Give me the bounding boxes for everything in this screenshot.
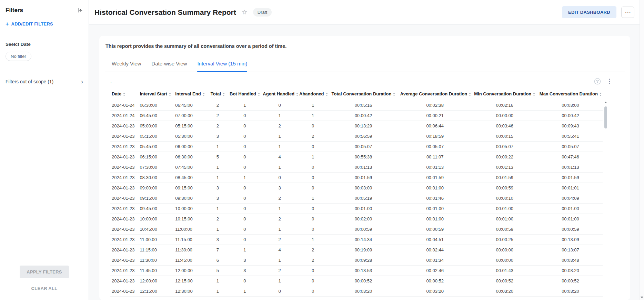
main-area: Historical Conversation Summary Report ☆… [89, 0, 644, 300]
table-cell: 1 [298, 193, 328, 204]
table-cell: 00:00:59 [328, 224, 399, 235]
table-cell: 11:00:00 [174, 224, 207, 235]
column-header[interactable]: Agent Handled [261, 87, 298, 100]
column-header[interactable]: Total [207, 87, 228, 100]
table-cell: 11:30:00 [174, 245, 207, 255]
table-cell: 11:15:00 [138, 245, 174, 255]
kebab-menu-icon[interactable]: ⋮ [606, 79, 612, 84]
table-cell: 00:00:00 [471, 111, 538, 121]
table-cell: 0 [228, 183, 261, 193]
table-cell: 0 [298, 162, 328, 173]
column-header[interactable]: Max Conversation Duration [538, 87, 603, 100]
table-cell: 1 [207, 142, 228, 152]
table-cell: 07:00:00 [174, 111, 207, 121]
table-cell: 00:02:00 [328, 214, 399, 224]
widget-title: . [110, 79, 112, 84]
table-cell: 1 [261, 276, 298, 286]
report-content: This report provides the summary of all … [89, 25, 644, 300]
table-cell: 2 [261, 235, 298, 245]
column-header[interactable]: Average Conversation Duration [399, 87, 471, 100]
table-cell: 09:15:00 [138, 193, 174, 204]
table-scrollbar[interactable] [604, 101, 607, 300]
table-cell: 00:03:48 [538, 255, 603, 266]
table-cell: 0 [228, 162, 261, 173]
table-cell: 00:00:52 [328, 276, 399, 286]
table-cell: 12:15:00 [138, 286, 174, 297]
table-cell: 00:00:22 [471, 152, 538, 162]
more-options-button[interactable]: ⋯ [621, 7, 634, 18]
table-cell: 10:15:00 [174, 214, 207, 224]
sort-icon[interactable] [123, 93, 125, 96]
date-filter-group: Seelct Date No filter [6, 42, 83, 61]
column-header[interactable]: Interval End [174, 87, 207, 100]
column-header[interactable]: Min Conversation Duration [471, 87, 538, 100]
table-cell: 00:09:43 [538, 121, 603, 131]
column-header-label: Max Conversation Duration [540, 91, 598, 96]
table-row: 2024-01-2311:00:0011:15:00302100:14:3400… [110, 235, 603, 245]
table-cell: 1 [298, 152, 328, 162]
draft-badge: Draft [253, 8, 272, 17]
column-header-label: Total Conversation Duration [332, 91, 392, 96]
table-cell: 00:01:00 [399, 204, 471, 214]
table-row: 2024-01-2311:30:0011:45:00631200:09:2800… [110, 255, 603, 266]
sort-icon[interactable] [600, 93, 602, 96]
sort-icon[interactable] [203, 93, 205, 96]
table-cell: 6 [207, 255, 228, 266]
table-cell: 06:45:00 [174, 100, 207, 111]
table-cell: 2024-01-23 [110, 204, 138, 214]
column-header[interactable]: Interval Start [138, 87, 174, 100]
apply-filters-button[interactable]: APPLY FILTERS [20, 266, 69, 278]
table-cell: 05:15:00 [174, 121, 207, 131]
clear-all-button[interactable]: CLEAR ALL [0, 286, 89, 291]
add-edit-filters-button[interactable]: + ADD/EDIT FILTERS [6, 21, 83, 27]
column-header-label: Abandoned [299, 91, 324, 96]
column-header[interactable]: Abandoned [298, 87, 328, 100]
table-row: 2024-01-2305:15:0005:30:00301200:56:5900… [110, 131, 603, 142]
table-cell: 2024-01-23 [110, 193, 138, 204]
scroll-up-icon[interactable] [604, 102, 607, 103]
table-cell: 0 [298, 224, 328, 235]
window-scrollbar[interactable] [640, 0, 644, 300]
table-cell: 2024-01-23 [110, 245, 138, 255]
table-cell: 06:00:00 [174, 142, 207, 152]
sort-icon[interactable] [296, 93, 298, 96]
edit-dashboard-button[interactable]: EDIT DASHBOARD [562, 6, 616, 18]
column-header[interactable]: Date [110, 87, 138, 100]
table-cell: 09:15:00 [174, 183, 207, 193]
table-cell: 0 [228, 276, 261, 286]
table-head-row: DateInterval StartInterval EndTotalBot H… [110, 87, 603, 100]
filters-out-of-scope[interactable]: Filters out of scope (1) › [6, 79, 83, 84]
sort-icon[interactable] [393, 93, 395, 96]
table-cell: 3 [207, 235, 228, 245]
view-tabs: Weekly ViewDate-wise ViewInterval View (… [105, 61, 625, 72]
sort-icon[interactable] [223, 93, 225, 96]
column-header[interactable]: Bot Handled [228, 87, 261, 100]
table-widget: . ⋮ [105, 77, 625, 300]
sort-icon[interactable] [169, 93, 171, 96]
filter-icon[interactable] [594, 78, 601, 85]
page-title: Historical Conversation Summary Report [94, 8, 236, 17]
sort-icon[interactable] [258, 93, 260, 96]
tab-date-wise-view[interactable]: Date-wise View [151, 61, 187, 72]
star-icon[interactable]: ☆ [242, 8, 248, 16]
sort-icon[interactable] [326, 93, 328, 96]
table-cell: 1 [228, 286, 261, 297]
table-cell: 00:02:38 [399, 100, 471, 111]
column-header-label: Average Conversation Duration [400, 91, 467, 96]
tab-interval-view-15-min[interactable]: Interval View (15 min) [197, 61, 247, 72]
table-row: 2024-01-2305:45:0006:00:00101000:05:0700… [110, 142, 603, 152]
table-cell: 2 [261, 193, 298, 204]
table-cell: 00:01:00 [471, 214, 538, 224]
table-cell: 11:45:00 [138, 266, 174, 276]
tab-weekly-view[interactable]: Weekly View [112, 61, 141, 72]
collapse-sidebar-button[interactable] [77, 7, 83, 13]
sort-icon[interactable] [533, 93, 535, 96]
table-scrollbar-thumb[interactable] [604, 106, 607, 128]
table-cell: 00:01:00 [399, 214, 471, 224]
column-header[interactable]: Total Conversation Duration [328, 87, 399, 100]
sort-icon[interactable] [469, 93, 471, 96]
table-row: 2024-01-2311:15:0011:30:00714200:19:0900… [110, 245, 603, 255]
table-cell: 00:00:59 [471, 183, 538, 193]
window-scroll-down-icon[interactable] [641, 297, 643, 298]
no-filter-chip[interactable]: No filter [6, 52, 31, 61]
